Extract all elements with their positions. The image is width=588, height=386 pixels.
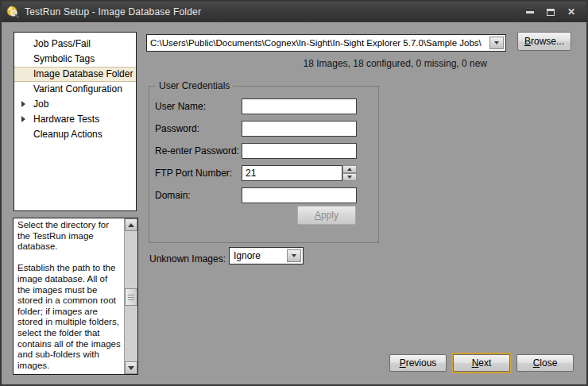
chevron-down-icon: [347, 176, 352, 179]
maximize-icon: [547, 9, 555, 16]
ftp-port-row: FTP Port Number:: [149, 165, 378, 181]
reenter-password-label: Re-enter Password:: [155, 143, 239, 159]
ftp-port-label: FTP Port Number:: [155, 165, 232, 181]
titlebar[interactable]: TestRun Setup - Image Database Folder ✕: [2, 2, 586, 22]
step-description-box: Select the directory for the TestRun ima…: [13, 218, 138, 375]
sidebar-item-symbolic-tags[interactable]: Symbolic Tags: [14, 52, 136, 67]
user-name-row: User Name:: [149, 98, 378, 114]
window-controls: ✕: [520, 2, 582, 22]
scroll-up-icon: [128, 223, 134, 227]
path-combo-dropdown-button[interactable]: [489, 37, 504, 49]
sidebar-item-label: Image Database Folder: [33, 68, 133, 79]
scroll-up-button[interactable]: [125, 218, 137, 231]
scrollbar-thumb[interactable]: [125, 288, 137, 306]
sidebar-item-label: Cleanup Actions: [33, 129, 103, 140]
image-database-path-value: C:\Users\Public\Documents\Cognex\In-Sigh…: [150, 38, 482, 48]
chevron-down-icon: [494, 41, 499, 44]
expand-arrow-icon[interactable]: [21, 116, 25, 122]
maximize-button[interactable]: [540, 4, 561, 20]
ftp-port-stepper: [342, 165, 357, 181]
sidebar-item-hardware-tests[interactable]: Hardware Tests: [14, 112, 136, 127]
sidebar-item-label: Job: [33, 98, 48, 110]
setup-steps-list: Job Pass/Fail Symbolic Tags Image Databa…: [14, 32, 137, 211]
chevron-down-icon: [292, 254, 296, 257]
spin-down-button[interactable]: [342, 173, 357, 181]
image-database-path-combobox[interactable]: C:\Users\Public\Documents\Cognex\In-Sigh…: [146, 34, 506, 52]
sidebar-item-cleanup-actions[interactable]: Cleanup Actions: [14, 127, 136, 142]
expand-arrow-icon[interactable]: [21, 101, 25, 107]
sidebar-item-label: Symbolic Tags: [33, 53, 95, 64]
image-count-status: 18 Images, 18 configured, 0 missing, 0 n…: [304, 58, 487, 69]
sidebar-item-job-pass-fail[interactable]: Job Pass/Fail: [14, 37, 136, 52]
reenter-password-row: Re-enter Password:: [149, 143, 378, 159]
previous-button[interactable]: Previous: [389, 354, 447, 372]
browse-button[interactable]: Browse...: [517, 32, 571, 51]
password-field[interactable]: [242, 121, 357, 137]
sidebar-item-label: Variant Configuration: [33, 83, 122, 95]
ftp-port-field[interactable]: [242, 165, 342, 181]
user-name-label: User Name:: [155, 98, 206, 114]
domain-label: Domain:: [155, 187, 191, 203]
scroll-down-icon: [128, 366, 134, 370]
user-credentials-group: User Credentials User Name: Password: Re…: [149, 86, 379, 243]
apply-button[interactable]: Apply: [297, 206, 356, 225]
unknown-images-value: Ignore: [234, 250, 261, 261]
minimize-icon: [526, 11, 534, 14]
password-label: Password:: [155, 121, 199, 137]
close-icon: ✕: [567, 7, 575, 17]
scrollbar-grip-icon: [128, 295, 134, 300]
password-row: Password:: [149, 121, 378, 137]
reenter-password-field[interactable]: [242, 143, 357, 159]
unknown-images-combobox[interactable]: Ignore: [229, 247, 304, 264]
scroll-down-button[interactable]: [125, 361, 137, 374]
domain-row: Domain:: [149, 187, 378, 203]
chevron-up-icon: [347, 168, 352, 171]
sidebar-item-label: Hardware Tests: [33, 114, 99, 125]
step-description-text: Select the directory for the TestRun ima…: [14, 218, 124, 374]
domain-field[interactable]: [242, 187, 357, 203]
close-dialog-button[interactable]: Close: [516, 354, 574, 372]
unknown-images-dropdown-button[interactable]: [287, 249, 301, 262]
next-button[interactable]: Next: [453, 354, 510, 372]
unknown-images-label: Unknown Images:: [149, 250, 226, 268]
user-credentials-legend: User Credentials: [156, 80, 233, 91]
sidebar-item-image-database-folder[interactable]: Image Database Folder: [14, 67, 136, 82]
testrun-setup-dialog: TestRun Setup - Image Database Folder ✕ …: [0, 0, 588, 386]
window-title: TestRun Setup - Image Database Folder: [25, 6, 201, 17]
sidebar-item-job[interactable]: Job: [14, 97, 136, 112]
close-button[interactable]: ✕: [561, 4, 582, 20]
testrun-app-icon: [6, 6, 19, 18]
user-name-field[interactable]: [242, 98, 357, 114]
sidebar-item-variant-configuration[interactable]: Variant Configuration: [14, 82, 136, 97]
next-button-focus-ring: Next: [451, 353, 512, 373]
sidebar-item-label: Job Pass/Fail: [33, 38, 91, 49]
spin-up-button[interactable]: [342, 165, 357, 173]
minimize-button[interactable]: [520, 4, 540, 20]
description-scrollbar[interactable]: [124, 218, 137, 374]
